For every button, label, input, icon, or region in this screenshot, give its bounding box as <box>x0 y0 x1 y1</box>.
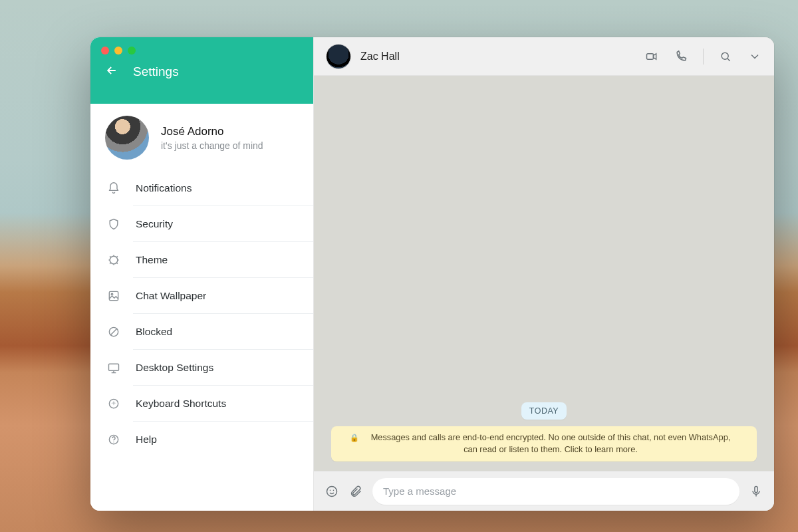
settings-menu: Notifications Security Theme <box>90 170 313 458</box>
message-input[interactable] <box>383 485 729 497</box>
svg-rect-8 <box>647 53 654 59</box>
chat-header: Zac Hall <box>314 37 774 76</box>
wallpaper-icon <box>106 289 121 303</box>
attach-button[interactable] <box>348 484 363 499</box>
menu-label: Desktop Settings <box>136 362 213 374</box>
svg-rect-1 <box>109 291 118 300</box>
menu-item-theme[interactable]: Theme <box>90 242 313 278</box>
menu-item-security[interactable]: Security <box>90 206 313 242</box>
menu-item-desktop[interactable]: Desktop Settings <box>90 350 313 386</box>
profile-row[interactable]: José Adorno it's just a change of mind <box>90 104 313 170</box>
voice-call-button[interactable] <box>674 49 688 64</box>
message-input-wrap <box>372 478 739 505</box>
svg-rect-13 <box>755 486 757 492</box>
menu-item-shortcuts[interactable]: Keyboard Shortcuts <box>90 386 313 422</box>
message-composer <box>314 471 774 511</box>
svg-point-12 <box>333 489 334 491</box>
chat-pane: Zac Hall <box>314 37 774 511</box>
menu-item-notifications[interactable]: Notifications <box>90 170 313 206</box>
svg-point-2 <box>111 293 113 295</box>
chat-messages-area: TODAY 🔒 Messages and calls are end-to-en… <box>314 76 774 471</box>
encryption-text: Messages and calls are end-to-end encryp… <box>363 432 738 456</box>
menu-label: Blocked <box>136 326 172 338</box>
help-icon <box>106 432 121 447</box>
svg-point-7 <box>113 442 114 442</box>
emoji-button[interactable] <box>325 484 339 499</box>
contact-avatar[interactable] <box>326 44 351 69</box>
video-call-button[interactable] <box>644 49 659 64</box>
menu-label: Chat Wallpaper <box>136 290 206 302</box>
bell-icon <box>106 181 121 196</box>
desktop-background: Settings José Adorno it's just a change … <box>0 0 798 532</box>
chevron-down-icon[interactable] <box>747 49 762 64</box>
search-button[interactable] <box>718 49 733 64</box>
encryption-notice[interactable]: 🔒 Messages and calls are end-to-end encr… <box>331 426 757 462</box>
header-divider <box>703 49 704 65</box>
settings-sidebar: Settings José Adorno it's just a change … <box>90 37 314 511</box>
lock-icon: 🔒 <box>350 432 359 444</box>
menu-label: Security <box>136 218 173 230</box>
keyboard-icon <box>106 396 121 411</box>
date-separator: TODAY <box>521 402 567 420</box>
menu-label: Keyboard Shortcuts <box>136 398 226 410</box>
menu-label: Theme <box>136 254 168 266</box>
svg-point-11 <box>330 489 331 491</box>
window-minimize-button[interactable] <box>114 47 122 55</box>
svg-point-0 <box>110 256 118 264</box>
profile-name: José Adorno <box>161 125 263 138</box>
app-window: Settings José Adorno it's just a change … <box>90 37 774 511</box>
settings-title: Settings <box>133 65 179 79</box>
window-controls <box>90 37 313 57</box>
mic-button[interactable] <box>749 484 763 499</box>
window-close-button[interactable] <box>101 47 109 55</box>
shield-icon <box>106 217 121 231</box>
menu-item-wallpaper[interactable]: Chat Wallpaper <box>90 278 313 314</box>
menu-item-blocked[interactable]: Blocked <box>90 314 313 350</box>
desktop-icon <box>106 360 121 375</box>
svg-point-9 <box>722 53 728 59</box>
profile-avatar <box>105 116 149 160</box>
svg-rect-4 <box>109 364 119 370</box>
menu-item-help[interactable]: Help <box>90 422 313 458</box>
menu-label: Help <box>136 434 157 446</box>
blocked-icon <box>106 325 121 339</box>
back-button[interactable] <box>105 64 118 80</box>
contact-name[interactable]: Zac Hall <box>360 51 635 63</box>
window-zoom-button[interactable] <box>128 47 136 55</box>
profile-status: it's just a change of mind <box>161 140 263 151</box>
svg-point-10 <box>327 486 337 496</box>
menu-label: Notifications <box>136 182 192 194</box>
theme-icon <box>106 253 121 267</box>
window-titlebar: Settings <box>90 37 313 104</box>
